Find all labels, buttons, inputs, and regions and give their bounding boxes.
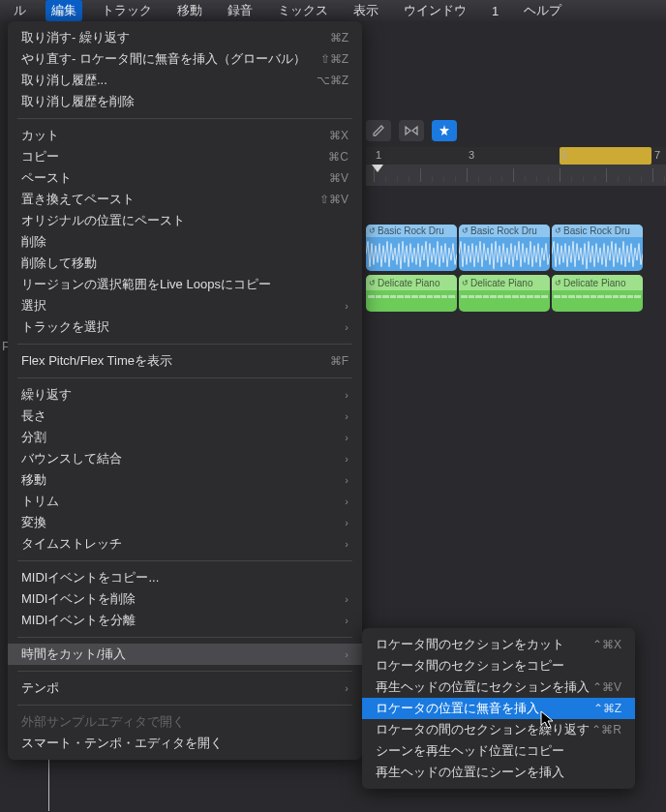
menu-item[interactable]: MIDIイベントをコピー... (8, 567, 362, 588)
menu-item[interactable]: 繰り返す› (8, 384, 362, 406)
submenu-item[interactable]: シーンを再生ヘッド位置にコピー (362, 740, 635, 762)
menu-item[interactable]: 時間をカット/挿入› (8, 644, 362, 665)
toolbar-icons (366, 120, 457, 141)
loop-icon: ↺ (555, 279, 561, 287)
menu-item[interactable]: トリム› (8, 491, 362, 512)
menu-edit[interactable]: 編集 (45, 0, 82, 21)
menu-separator (17, 118, 352, 119)
menu-item-shortcut: ⌘F (330, 354, 348, 368)
submenu-item[interactable]: ロケータの位置に無音を挿入⌃⌘Z (362, 698, 635, 719)
menu-item[interactable]: Flex Pitch/Flex Timeを表示⌘F (8, 350, 362, 372)
submenu-item[interactable]: ロケータ間のセクションをカット⌃⌘X (362, 634, 635, 655)
menu-item[interactable]: オリジナルの位置にペースト (8, 210, 362, 231)
submenu-item[interactable]: 再生ヘッドの位置にセクションを挿入⌃⌘V (362, 677, 635, 698)
menu-item[interactable]: 長さ› (8, 406, 362, 427)
menu-item[interactable]: やり直す- ロケータ間に無音を挿入（グローバル）⇧⌘Z (8, 48, 362, 70)
menu-item-label: MIDIイベントを削除 (21, 590, 136, 608)
menu-item[interactable]: コピー⌘C (8, 146, 362, 167)
playhead-icon[interactable] (372, 165, 383, 172)
menu-item[interactable]: トラックを選択› (8, 316, 362, 338)
menu-item-shortcut: › (345, 300, 348, 312)
menu-item-shortcut: ⌘C (328, 150, 348, 164)
submenu-item[interactable]: ロケータ間のセクションをコピー (362, 655, 635, 677)
midi-body (552, 290, 643, 312)
submenu-item[interactable]: ロケータの間のセクションを繰り返す⌃⌘R (362, 719, 635, 740)
submenu-item-label: ロケータの位置に無音を挿入 (376, 700, 539, 717)
chevron-right-icon: › (345, 538, 348, 550)
menu-item[interactable]: バウンスして結合› (8, 448, 362, 469)
menu-window[interactable]: ウインドウ (398, 0, 472, 21)
menu-item[interactable]: MIDIイベントを分離› (8, 610, 362, 631)
submenu-item-label: ロケータ間のセクションをコピー (376, 657, 564, 675)
menu-item-label: スマート・テンポ・エディタを開く (21, 735, 223, 752)
menu-item-label: MIDIイベントを分離 (21, 612, 136, 629)
menu-item-partial[interactable]: ル (8, 0, 32, 21)
ruler-numbers: 1 3 5 7 (366, 147, 666, 165)
menu-item[interactable]: スマート・テンポ・エディタを開く (8, 733, 362, 754)
menu-item-shortcut: › (345, 517, 348, 528)
menu-view[interactable]: 表示 (348, 0, 384, 21)
midi-body (366, 290, 457, 312)
chevron-right-icon: › (345, 321, 348, 333)
pencil-icon[interactable] (366, 120, 391, 141)
menu-item-label: ペースト (21, 169, 72, 187)
submenu-item-label: ロケータの間のセクションを繰り返す (376, 721, 590, 738)
menu-item-label: タイムストレッチ (21, 535, 122, 553)
menu-item[interactable]: 削除 (8, 231, 362, 253)
audio-region[interactable]: ↺ Basic Rock Dru (366, 225, 457, 271)
loop-icon: ↺ (369, 226, 376, 235)
menu-item[interactable]: 変換› (8, 512, 362, 533)
bowtie-icon[interactable] (399, 120, 424, 141)
menu-help[interactable]: ヘルプ (518, 0, 567, 21)
menu-item: 外部サンプルエディタで開く (8, 711, 362, 733)
menu-item[interactable]: テンポ› (8, 677, 362, 699)
menu-item[interactable]: 削除して移動 (8, 253, 362, 274)
menu-item-shortcut: › (345, 538, 348, 550)
submenu-item-shortcut: ⌃⌘X (592, 638, 621, 651)
menu-item-shortcut: › (345, 321, 348, 333)
menu-item[interactable]: 取り消し履歴...⌥⌘Z (8, 70, 362, 91)
chevron-right-icon: › (345, 432, 348, 443)
menubar: ル 編集 トラック 移動 録音 ミックス 表示 ウインドウ 1 ヘルプ (0, 0, 666, 21)
menu-item-shortcut: › (345, 410, 348, 422)
menu-navigate[interactable]: 移動 (171, 0, 208, 21)
menu-item-label: 変換 (21, 514, 46, 531)
tracks-area[interactable]: ↺ Basic Rock Dru ↺ Basic Rock Dru ↺ Basi… (366, 225, 666, 316)
menu-item-shortcut: › (345, 648, 348, 660)
menu-item-label: カット (21, 127, 59, 144)
menu-item[interactable]: 取り消す- 繰り返す⌘Z (8, 27, 362, 48)
menu-separator (17, 560, 352, 561)
menu-item-label: バウンスして結合 (21, 450, 122, 467)
menu-item-shortcut: › (345, 682, 348, 694)
audio-region[interactable]: ↺ Basic Rock Dru (459, 225, 550, 271)
menu-item[interactable]: タイムストレッチ› (8, 533, 362, 555)
submenu-item[interactable]: 再生ヘッドの位置にシーンを挿入 (362, 762, 635, 783)
menu-item[interactable]: 置き換えてペースト⇧⌘V (8, 189, 362, 210)
timeline-ruler[interactable]: 1 3 5 7 (366, 147, 666, 186)
menu-record[interactable]: 録音 (222, 0, 258, 21)
menu-item[interactable]: ペースト⌘V (8, 167, 362, 189)
menu-mix[interactable]: ミックス (272, 0, 334, 21)
audio-region[interactable]: ↺ Basic Rock Dru (552, 225, 643, 271)
menu-item[interactable]: リージョンの選択範囲をLive Loopsにコピー (8, 274, 362, 295)
midi-region[interactable]: ↺ Delicate Piano (366, 275, 457, 312)
menu-item[interactable]: 分割› (8, 427, 362, 448)
midi-region[interactable]: ↺ Delicate Piano (459, 275, 550, 312)
menu-item[interactable]: カット⌘X (8, 125, 362, 146)
menu-one[interactable]: 1 (486, 2, 504, 20)
menu-track[interactable]: トラック (96, 0, 158, 21)
midi-region[interactable]: ↺ Delicate Piano (552, 275, 643, 312)
region-label: Basic Rock Dru (378, 226, 444, 236)
menu-item[interactable]: 選択› (8, 295, 362, 316)
chevron-right-icon: › (345, 496, 348, 507)
menu-item[interactable]: MIDIイベントを削除› (8, 588, 362, 610)
chevron-right-icon: › (345, 453, 348, 465)
loop-icon: ↺ (555, 226, 561, 235)
menu-item-shortcut: › (345, 593, 348, 605)
menu-item[interactable]: 取り消し履歴を削除 (8, 91, 362, 112)
chevron-right-icon: › (345, 648, 348, 660)
menu-item-label: トラックを選択 (21, 318, 109, 336)
wand-icon[interactable] (432, 120, 457, 141)
menu-item[interactable]: 移動› (8, 469, 362, 491)
menu-item-label: Flex Pitch/Flex Timeを表示 (21, 352, 172, 370)
